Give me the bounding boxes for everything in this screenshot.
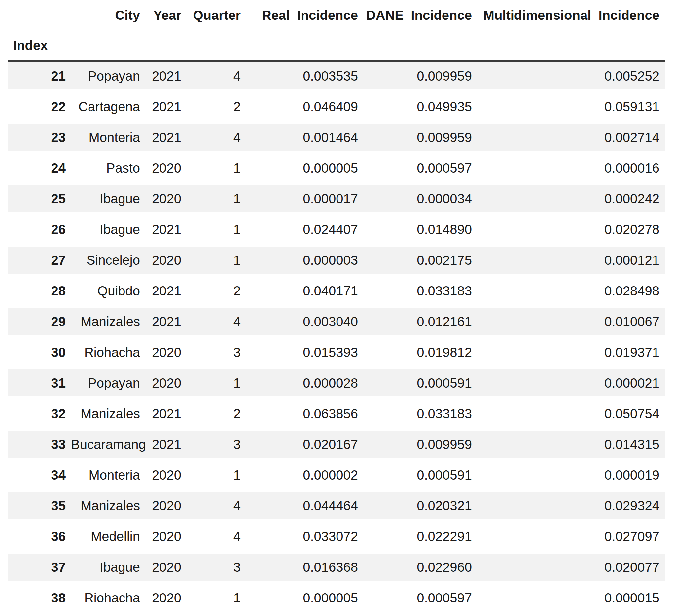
cell-real_incidence: 0.033072 xyxy=(246,523,363,553)
table-row: 22Cartagena202120.0464090.0499350.059131 xyxy=(8,93,665,124)
cell-real_incidence: 0.003040 xyxy=(246,308,363,339)
cell-city: Pasto xyxy=(71,154,145,185)
cell-year: 2021 xyxy=(145,277,187,308)
row-index: 29 xyxy=(8,308,71,339)
cell-dane_incidence: 0.049935 xyxy=(363,93,477,124)
cell-quarter: 3 xyxy=(187,553,246,584)
index-column-spacer xyxy=(8,0,71,30)
cell-dane_incidence: 0.000591 xyxy=(363,462,477,492)
cell-quarter: 3 xyxy=(187,431,246,462)
table-body: 21Popayan202140.0035350.0099590.00525222… xyxy=(8,63,665,615)
row-index: 32 xyxy=(8,400,71,431)
cell-multidimensional_incidence: 0.010067 xyxy=(477,308,665,339)
cell-quarter: 4 xyxy=(187,523,246,553)
cell-city: Manizales xyxy=(71,308,145,339)
cell-real_incidence: 0.000005 xyxy=(246,154,363,185)
index-label: Index xyxy=(8,30,71,63)
cell-dane_incidence: 0.033183 xyxy=(363,277,477,308)
cell-dane_incidence: 0.014890 xyxy=(363,216,477,247)
row-index: 23 xyxy=(8,124,71,154)
column-header-year: Year xyxy=(145,0,187,30)
cell-year: 2020 xyxy=(145,339,187,369)
table-row: 30Riohacha202030.0153930.0198120.019371 xyxy=(8,339,665,369)
cell-real_incidence: 0.000002 xyxy=(246,462,363,492)
cell-dane_incidence: 0.022291 xyxy=(363,523,477,553)
cell-city: Popayan xyxy=(71,63,145,93)
row-index: 31 xyxy=(8,369,71,400)
cell-city: Manizales xyxy=(71,400,145,431)
cell-multidimensional_incidence: 0.000019 xyxy=(477,462,665,492)
cell-city: Riohacha xyxy=(71,584,145,615)
column-header-row: CityYearQuarterReal_IncidenceDANE_Incide… xyxy=(8,0,665,30)
cell-city: Ibague xyxy=(71,185,145,216)
row-index: 38 xyxy=(8,584,71,615)
table-row: 28Quibdo202120.0401710.0331830.028498 xyxy=(8,277,665,308)
cell-quarter: 1 xyxy=(187,154,246,185)
table-row: 27Sincelejo202010.0000030.0021750.000121 xyxy=(8,247,665,277)
table-row: 24Pasto202010.0000050.0005970.000016 xyxy=(8,154,665,185)
cell-dane_incidence: 0.002175 xyxy=(363,247,477,277)
cell-quarter: 4 xyxy=(187,308,246,339)
table-row: 32Manizales202120.0638560.0331830.050754 xyxy=(8,400,665,431)
cell-year: 2020 xyxy=(145,584,187,615)
cell-multidimensional_incidence: 0.029324 xyxy=(477,492,665,523)
cell-dane_incidence: 0.009959 xyxy=(363,431,477,462)
table-row: 35Manizales202040.0444640.0203210.029324 xyxy=(8,492,665,523)
cell-real_incidence: 0.000028 xyxy=(246,369,363,400)
row-index: 36 xyxy=(8,523,71,553)
row-index: 30 xyxy=(8,339,71,369)
cell-real_incidence: 0.015393 xyxy=(246,339,363,369)
cell-multidimensional_incidence: 0.020278 xyxy=(477,216,665,247)
table-row: 26Ibague202110.0244070.0148900.020278 xyxy=(8,216,665,247)
row-index: 25 xyxy=(8,185,71,216)
cell-year: 2021 xyxy=(145,124,187,154)
cell-city: Manizales xyxy=(71,492,145,523)
cell-city: Riohacha xyxy=(71,339,145,369)
cell-city: Sincelejo xyxy=(71,247,145,277)
column-header-real_incidence: Real_Incidence xyxy=(246,0,363,30)
cell-city: Medellin xyxy=(71,523,145,553)
cell-quarter: 4 xyxy=(187,124,246,154)
cell-real_incidence: 0.000003 xyxy=(246,247,363,277)
cell-real_incidence: 0.040171 xyxy=(246,277,363,308)
table-row: 25Ibague202010.0000170.0000340.000242 xyxy=(8,185,665,216)
cell-multidimensional_incidence: 0.027097 xyxy=(477,523,665,553)
cell-quarter: 1 xyxy=(187,247,246,277)
cell-city: Monteria xyxy=(71,124,145,154)
index-row-spacer xyxy=(71,30,665,63)
cell-city: Bucaramanga xyxy=(71,431,145,462)
row-index: 24 xyxy=(8,154,71,185)
cell-dane_incidence: 0.009959 xyxy=(363,63,477,93)
cell-dane_incidence: 0.012161 xyxy=(363,308,477,339)
cell-multidimensional_incidence: 0.002714 xyxy=(477,124,665,154)
cell-multidimensional_incidence: 0.028498 xyxy=(477,277,665,308)
cell-real_incidence: 0.000005 xyxy=(246,584,363,615)
cell-year: 2020 xyxy=(145,492,187,523)
cell-multidimensional_incidence: 0.000021 xyxy=(477,369,665,400)
cell-year: 2021 xyxy=(145,308,187,339)
cell-multidimensional_incidence: 0.019371 xyxy=(477,339,665,369)
row-index: 35 xyxy=(8,492,71,523)
cell-year: 2020 xyxy=(145,553,187,584)
cell-quarter: 4 xyxy=(187,63,246,93)
table-row: 23Monteria202140.0014640.0099590.002714 xyxy=(8,124,665,154)
row-index: 21 xyxy=(8,63,71,93)
cell-multidimensional_incidence: 0.000016 xyxy=(477,154,665,185)
dataframe-table: CityYearQuarterReal_IncidenceDANE_Incide… xyxy=(8,0,665,615)
cell-quarter: 2 xyxy=(187,93,246,124)
cell-quarter: 1 xyxy=(187,216,246,247)
index-label-row: Index xyxy=(8,30,665,63)
cell-year: 2021 xyxy=(145,400,187,431)
cell-multidimensional_incidence: 0.020077 xyxy=(477,553,665,584)
cell-real_incidence: 0.044464 xyxy=(246,492,363,523)
row-index: 28 xyxy=(8,277,71,308)
cell-quarter: 1 xyxy=(187,462,246,492)
table-row: 29Manizales202140.0030400.0121610.010067 xyxy=(8,308,665,339)
row-index: 34 xyxy=(8,462,71,492)
cell-real_incidence: 0.024407 xyxy=(246,216,363,247)
cell-year: 2020 xyxy=(145,185,187,216)
table-row: 36Medellin202040.0330720.0222910.027097 xyxy=(8,523,665,553)
cell-quarter: 2 xyxy=(187,277,246,308)
cell-dane_incidence: 0.022960 xyxy=(363,553,477,584)
cell-real_incidence: 0.063856 xyxy=(246,400,363,431)
